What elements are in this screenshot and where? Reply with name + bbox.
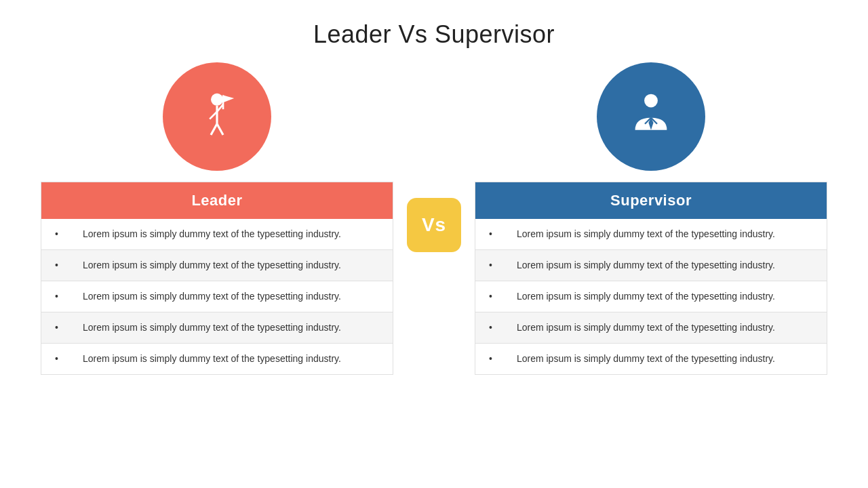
leader-item-text: Lorem ipsum is simply dummy text of the … (69, 312, 393, 344)
vs-badge: Vs (407, 198, 461, 252)
supervisor-item-text: Lorem ipsum is simply dummy text of the … (503, 250, 827, 281)
supervisor-header: Supervisor (475, 182, 827, 219)
page-title: Leader Vs Supervisor (313, 20, 555, 49)
list-item: • Lorem ipsum is simply dummy text of th… (475, 281, 827, 312)
bullet-icon: • (41, 250, 69, 281)
bullet-icon: • (41, 312, 69, 344)
list-item: • Lorem ipsum is simply dummy text of th… (41, 219, 393, 250)
bullet-icon: • (41, 219, 69, 250)
leader-column: Leader • Lorem ipsum is simply dummy tex… (41, 62, 393, 375)
svg-line-6 (211, 124, 217, 135)
leader-item-text: Lorem ipsum is simply dummy text of the … (69, 250, 393, 281)
main-content: Leader • Lorem ipsum is simply dummy tex… (0, 62, 868, 375)
list-item: • Lorem ipsum is simply dummy text of th… (475, 344, 827, 375)
supervisor-column: Supervisor • Lorem ipsum is simply dummy… (475, 62, 827, 375)
leader-circle-icon (163, 62, 271, 171)
leader-table-wrapper: Leader • Lorem ipsum is simply dummy tex… (41, 182, 393, 375)
svg-line-7 (217, 124, 223, 135)
supervisor-circle-icon (597, 62, 705, 171)
bullet-icon: • (475, 344, 503, 375)
bullet-icon: • (41, 344, 69, 375)
bullet-icon: • (475, 312, 503, 344)
supervisor-table-wrapper: Supervisor • Lorem ipsum is simply dummy… (475, 182, 827, 375)
supervisor-item-text: Lorem ipsum is simply dummy text of the … (503, 344, 827, 375)
supervisor-item-text: Lorem ipsum is simply dummy text of the … (503, 312, 827, 344)
bullet-icon: • (475, 250, 503, 281)
list-item: • Lorem ipsum is simply dummy text of th… (475, 219, 827, 250)
leader-item-text: Lorem ipsum is simply dummy text of the … (69, 219, 393, 250)
svg-point-8 (644, 94, 658, 108)
supervisor-item-text: Lorem ipsum is simply dummy text of the … (503, 219, 827, 250)
bullet-icon: • (475, 219, 503, 250)
list-item: • Lorem ipsum is simply dummy text of th… (41, 344, 393, 375)
list-item: • Lorem ipsum is simply dummy text of th… (475, 312, 827, 344)
list-item: • Lorem ipsum is simply dummy text of th… (41, 250, 393, 281)
bullet-icon: • (41, 281, 69, 312)
list-item: • Lorem ipsum is simply dummy text of th… (41, 281, 393, 312)
leader-item-text: Lorem ipsum is simply dummy text of the … (69, 281, 393, 312)
list-item: • Lorem ipsum is simply dummy text of th… (41, 312, 393, 344)
supervisor-items-table: • Lorem ipsum is simply dummy text of th… (475, 219, 827, 374)
leader-items-table: • Lorem ipsum is simply dummy text of th… (41, 219, 393, 374)
svg-point-0 (211, 94, 223, 106)
bullet-icon: • (475, 281, 503, 312)
svg-line-5 (210, 112, 217, 119)
leader-header: Leader (41, 182, 393, 219)
svg-marker-2 (223, 96, 234, 103)
vs-middle: Vs (393, 62, 475, 252)
list-item: • Lorem ipsum is simply dummy text of th… (475, 250, 827, 281)
leader-item-text: Lorem ipsum is simply dummy text of the … (69, 344, 393, 375)
supervisor-item-text: Lorem ipsum is simply dummy text of the … (503, 281, 827, 312)
